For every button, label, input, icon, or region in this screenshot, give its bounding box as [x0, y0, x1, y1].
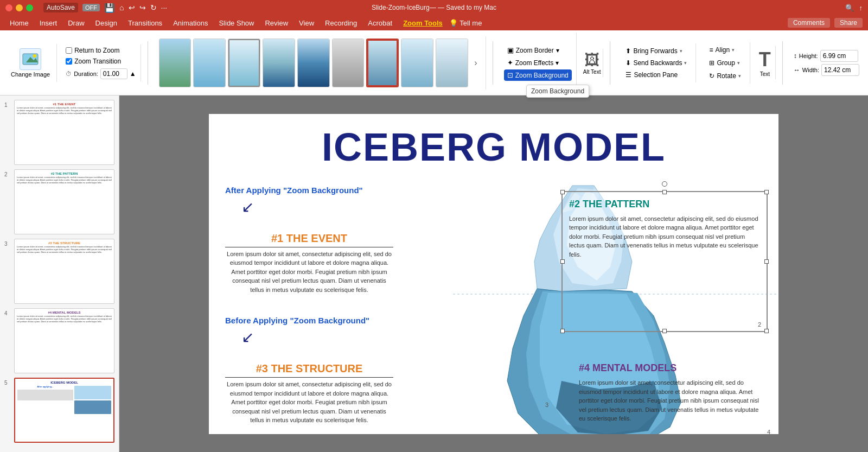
alt-text-section[interactable]: 🖼 Alt Text — [581, 49, 604, 77]
slide-preview-4[interactable]: #4 MENTAL MODELS Lorem ipsum dolor sit a… — [14, 308, 114, 373]
menu-bar: Home Insert Draw Design Transitions Anim… — [0, 15, 868, 30]
send-backwards-button[interactable]: ⬇ Send Backwards ▾ — [621, 58, 691, 68]
slide-thumb-2[interactable]: 2 #2 THE PATTERN Lorem ipsum dolor sit a… — [4, 169, 114, 234]
menu-transitions[interactable]: Transitions — [124, 18, 167, 28]
zoom-effects-button[interactable]: ✦ Zoom Effects ▾ — [504, 57, 572, 68]
menu-view[interactable]: View — [295, 18, 318, 28]
slide-badge-4: 4 — [767, 429, 770, 434]
text-section[interactable]: T Text — [755, 46, 776, 79]
close-button[interactable] — [5, 4, 12, 11]
sp4-title: #4 MENTAL MODELS — [17, 311, 112, 314]
maximize-button[interactable] — [26, 4, 33, 11]
menu-home[interactable]: Home — [5, 18, 33, 28]
style-thumb-9[interactable] — [436, 39, 468, 87]
bring-forwards-arrow[interactable]: ▾ — [680, 48, 682, 54]
home-icon[interactable]: ⌂ — [119, 3, 124, 12]
group-label: Group — [717, 59, 735, 67]
menu-review[interactable]: Review — [260, 18, 292, 28]
slide-preview-2[interactable]: #2 THE PATTERN Lorem ipsum dolor sit ame… — [14, 169, 114, 234]
window-title: Slide-Zoom-IceBurg— — Saved to my Mac — [372, 4, 496, 11]
group-arrow[interactable]: ▾ — [737, 60, 740, 66]
bring-forwards-button[interactable]: ⬆ Bring Forwards ▾ — [621, 46, 691, 56]
menu-insert[interactable]: Insert — [35, 18, 62, 28]
slide-thumb-3[interactable]: 3 #3 THE STRUCTURE Lorem ipsum dolor sit… — [4, 239, 114, 304]
duration-up-icon[interactable]: ▲ — [130, 70, 136, 78]
menu-zoomtools[interactable]: Zoom Tools — [399, 18, 447, 28]
comments-button[interactable]: Comments — [788, 18, 830, 28]
change-image-button[interactable]: Change Image — [9, 46, 52, 80]
send-backwards-arrow[interactable]: ▾ — [684, 60, 687, 66]
style-thumb-4[interactable] — [263, 39, 295, 87]
style-thumb-1[interactable] — [159, 39, 192, 87]
search-icon[interactable]: 🔍 — [845, 4, 854, 12]
rotate-arrow[interactable]: ▾ — [738, 73, 741, 79]
menu-tellme[interactable]: Tell me — [459, 19, 482, 27]
menu-design[interactable]: Design — [91, 18, 122, 28]
refresh-icon[interactable]: ↻ — [150, 3, 157, 12]
menu-draw[interactable]: Draw — [63, 18, 88, 28]
undo-icon[interactable]: ↩ — [129, 3, 135, 12]
selection-pane-button[interactable]: ☰ Selection Pane — [621, 69, 691, 80]
before-arrow: ↙ — [241, 328, 393, 346]
slide-thumb-4[interactable]: 4 #4 MENTAL MODELS Lorem ipsum dolor sit… — [4, 308, 114, 373]
return-to-zoom-checkbox[interactable] — [66, 47, 72, 54]
style-thumb-2[interactable] — [193, 39, 226, 87]
slide-preview-1[interactable]: #1 THE EVENT Lorem ipsum dolor sit amet,… — [14, 100, 114, 165]
structure-section: #3 THE STRUCTURE Lorem ipsum dolor sit a… — [225, 362, 393, 425]
rotate-label: Rotate — [717, 72, 736, 80]
slide-num-3: 3 — [4, 241, 11, 247]
menu-recording[interactable]: Recording — [321, 18, 361, 28]
structure-text: Lorem ipsum dolor sit amet, consectetur … — [225, 380, 393, 425]
slide-title: ICEBERG MODEL — [209, 114, 778, 175]
slide-thumb-5[interactable]: 5 ICEBERG MODEL After applying... — [4, 378, 114, 443]
zoom-border-label: Zoom Border — [516, 47, 554, 54]
slide-preview-3[interactable]: #3 THE STRUCTURE Lorem ipsum dolor sit a… — [14, 239, 114, 304]
before-label: Before Applying "Zoom Background" — [225, 316, 393, 325]
duration-input[interactable]: 01.00 — [100, 68, 127, 79]
duration-label: Duration: — [74, 71, 98, 77]
structure-title: #3 THE STRUCTURE — [225, 362, 393, 375]
zoom-border-arrow[interactable]: ▾ — [556, 47, 559, 54]
tell-me-container[interactable]: 💡 Tell me — [449, 19, 482, 27]
group-button[interactable]: ⊞ Group ▾ — [705, 58, 745, 68]
more-styles-button[interactable]: › — [470, 39, 481, 87]
share-icon[interactable]: ↑ — [859, 4, 863, 12]
align-button[interactable]: ≡ Align ▾ — [705, 44, 745, 55]
style-thumb-8[interactable] — [401, 39, 433, 87]
width-icon: ↔ — [794, 66, 800, 74]
zoom-background-button[interactable]: ⊡ Zoom Background — [504, 69, 572, 81]
style-thumb-7[interactable] — [366, 39, 399, 87]
redo-icon[interactable]: ↪ — [139, 3, 146, 12]
align-icon: ≡ — [709, 46, 713, 54]
send-backwards-icon: ⬇ — [626, 59, 631, 67]
share-button[interactable]: Share — [834, 18, 863, 28]
slide-canvas[interactable]: ICEBERG MODEL After Applying "Zoom Backg… — [119, 96, 868, 452]
slide-left-column: After Applying "Zoom Background" ↙ #1 TH… — [209, 175, 410, 434]
slide-thumb-1[interactable]: 1 #1 THE EVENT Lorem ipsum dolor sit ame… — [4, 100, 114, 165]
menu-animations[interactable]: Animations — [169, 18, 212, 28]
width-input[interactable]: 12.42 cm — [821, 64, 859, 76]
autosave-status[interactable]: OFF — [82, 4, 100, 11]
menu-slideshow[interactable]: Slide Show — [214, 18, 258, 28]
sp4-body: Lorem ipsum dolor sit amet, consectetur … — [17, 315, 112, 323]
minimize-button[interactable] — [16, 4, 23, 11]
height-input[interactable]: 6.99 cm — [820, 50, 858, 62]
zoom-effects-arrow[interactable]: ▾ — [556, 59, 559, 67]
mental-models-section: #4 MENTAL MODELS Lorem ipsum dolor sit a… — [572, 356, 773, 430]
slide-num-1: 1 — [4, 102, 11, 108]
main-area: 1 #1 THE EVENT Lorem ipsum dolor sit ame… — [0, 96, 868, 452]
slide-preview-5[interactable]: ICEBERG MODEL After applying... — [14, 378, 114, 443]
style-thumb-5[interactable] — [297, 39, 330, 87]
style-thumb-6[interactable] — [332, 39, 365, 87]
zoom-transition-checkbox[interactable] — [66, 58, 72, 65]
align-arrow[interactable]: ▾ — [732, 47, 735, 53]
svg-point-2 — [33, 54, 36, 58]
zoom-border-button[interactable]: ▣ Zoom Border ▾ — [504, 44, 572, 56]
menu-acrobat[interactable]: Acrobat — [363, 18, 397, 28]
style-thumb-3[interactable] — [228, 39, 260, 87]
more-icon[interactable]: ··· — [161, 3, 168, 12]
save-icon[interactable]: 💾 — [104, 3, 115, 13]
alt-text-label: Alt Text — [583, 69, 601, 75]
window-controls[interactable] — [5, 4, 33, 11]
rotate-button[interactable]: ↻ Rotate ▾ — [705, 71, 745, 81]
